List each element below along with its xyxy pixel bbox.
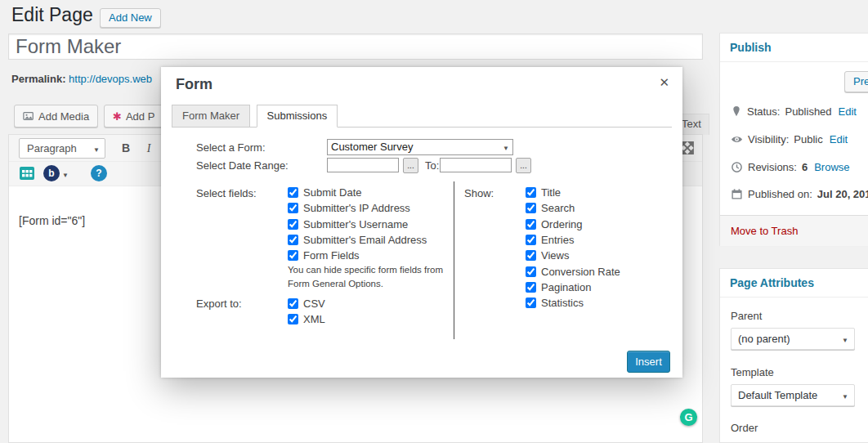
visibility-label: Visibility: [748, 133, 789, 145]
export-to-label: Export to: [196, 298, 242, 310]
visibility-edit-link[interactable]: Edit [830, 133, 848, 145]
show-checkbox-label: Conversion Rate [541, 266, 620, 278]
grammarly-badge[interactable]: G [680, 409, 697, 426]
field-checkbox-label: Submit Date [303, 186, 362, 199]
show-checkbox[interactable] [526, 266, 536, 277]
show-checkbox-row[interactable]: Entries [526, 232, 620, 248]
show-checkbox-label: Pagination [541, 281, 591, 293]
dialog-title: Form [176, 76, 213, 93]
show-checkbox[interactable] [526, 282, 536, 293]
template-select-value: Default Template [738, 389, 817, 401]
insert-button[interactable]: Insert [627, 351, 670, 373]
published-on-label: Published on: [748, 188, 812, 200]
parent-label: Parent [731, 310, 762, 322]
plugin-circle-icon: b [43, 165, 60, 181]
date-from-browse-button[interactable]: ... [403, 158, 418, 173]
field-checkbox-row[interactable]: Submitter's Username [288, 217, 427, 232]
field-checkbox-row[interactable]: Submitter's IP Address [288, 200, 427, 216]
show-checkbox-row[interactable]: Search [526, 200, 620, 216]
field-checkbox[interactable] [288, 187, 298, 198]
chevron-down-icon [93, 139, 100, 159]
show-checkbox[interactable] [526, 298, 536, 308]
dialog-tabs: Form Maker Submissions [172, 104, 672, 128]
field-checkbox-row[interactable]: Submit Date [288, 185, 427, 200]
page-attributes-panel: Page Attributes Parent (no parent) Templ… [719, 268, 868, 443]
preview-button[interactable]: Pre [844, 71, 868, 92]
parent-select[interactable]: (no parent) [731, 328, 855, 350]
help-button[interactable]: ? [91, 165, 107, 181]
permalink-link[interactable]: http://devops.web [69, 73, 152, 85]
add-media-button[interactable]: Add Media [14, 105, 98, 128]
add-form-label: Add P [126, 110, 154, 123]
form-insert-dialog: Form ✕ Form Maker Submissions Select a F… [161, 67, 682, 378]
published-on-row: Published on: Jul 20, 201 [731, 187, 868, 200]
show-checkbox[interactable] [526, 250, 536, 261]
export-checkbox-label: XML [303, 313, 325, 325]
show-checkbox[interactable] [526, 187, 536, 198]
plugin-shortcode-button[interactable]: b [43, 165, 69, 181]
date-from-input[interactable] [327, 158, 399, 172]
revisions-row: Revisions: 6 Browse [731, 160, 850, 173]
show-checkbox-row[interactable]: Pagination [526, 280, 620, 295]
publish-actions-footer: Move to Trash [720, 215, 868, 246]
column-divider [454, 181, 454, 339]
tab-submissions[interactable]: Submissions [257, 105, 338, 128]
field-checkbox[interactable] [288, 203, 298, 213]
help-icon: ? [91, 165, 107, 181]
show-checkbox[interactable] [526, 219, 536, 230]
show-checkbox-label: Search [541, 202, 575, 214]
date-range-label: Select Date Range: [196, 159, 289, 172]
field-checkbox[interactable] [288, 219, 298, 230]
divider [720, 297, 868, 298]
date-to-browse-button[interactable]: ... [516, 158, 531, 173]
show-checkbox[interactable] [526, 235, 536, 245]
field-checkbox-row[interactable]: Submitter's Email Address [288, 232, 427, 248]
status-edit-link[interactable]: Edit [839, 105, 857, 118]
chevron-down-icon [503, 140, 509, 156]
publish-panel: Publish Pre Status: Published Edit Visib… [719, 33, 868, 245]
export-checkbox-row[interactable]: XML [288, 311, 325, 327]
template-select[interactable]: Default Template [731, 384, 855, 406]
show-checkbox-label: Statistics [541, 297, 584, 309]
field-checkbox[interactable] [288, 250, 298, 261]
chevron-down-icon [842, 329, 848, 351]
page-title: Edit Page [11, 4, 93, 26]
export-checkbox-row[interactable]: CSV [288, 296, 325, 311]
template-label: Template [731, 366, 774, 378]
post-title-input[interactable] [8, 34, 703, 60]
select-fields-list: Submit Date Submitter's IP Address Submi… [288, 185, 427, 263]
date-to-input[interactable] [440, 158, 512, 172]
italic-button[interactable]: I [138, 138, 159, 159]
paragraph-format-dropdown[interactable]: Paragraph [19, 138, 105, 159]
close-icon[interactable]: ✕ [659, 75, 669, 90]
move-to-trash-link[interactable]: Move to Trash [731, 225, 798, 237]
revisions-browse-link[interactable]: Browse [814, 161, 849, 173]
publish-panel-title: Publish [730, 41, 772, 54]
form-select[interactable]: Customer Survey [327, 139, 513, 155]
show-checkbox-row[interactable]: Ordering [526, 217, 620, 232]
revisions-value: 6 [802, 161, 808, 173]
revisions-label: Revisions: [748, 161, 797, 173]
add-new-button[interactable]: Add New [100, 8, 161, 28]
add-form-button[interactable]: Add P [104, 105, 163, 128]
show-checkbox-row[interactable]: Title [526, 185, 620, 200]
field-checkbox[interactable] [288, 235, 298, 245]
field-checkbox-row[interactable]: Form Fields [288, 248, 427, 263]
page-attributes-title: Page Attributes [730, 276, 814, 289]
bold-button[interactable]: B [115, 138, 136, 159]
permalink: Permalink: http://devops.web [11, 73, 152, 85]
add-media-label: Add Media [38, 110, 89, 123]
show-checkbox-row[interactable]: Conversion Rate [526, 263, 620, 279]
visibility-value: Public [794, 133, 822, 145]
show-checkbox-row[interactable]: Views [526, 248, 620, 263]
calendar-grid-button[interactable] [19, 165, 35, 181]
show-checkbox[interactable] [526, 203, 536, 213]
show-checkbox-row[interactable]: Statistics [526, 295, 620, 311]
export-checkbox[interactable] [288, 314, 298, 324]
tab-form-maker[interactable]: Form Maker [172, 105, 250, 128]
export-checkbox-label: CSV [303, 298, 325, 310]
fields-note: You can hide specific form fields from F… [288, 263, 450, 290]
show-checkbox-label: Ordering [541, 218, 583, 230]
show-label: Show: [464, 187, 494, 199]
export-checkbox[interactable] [288, 298, 298, 309]
